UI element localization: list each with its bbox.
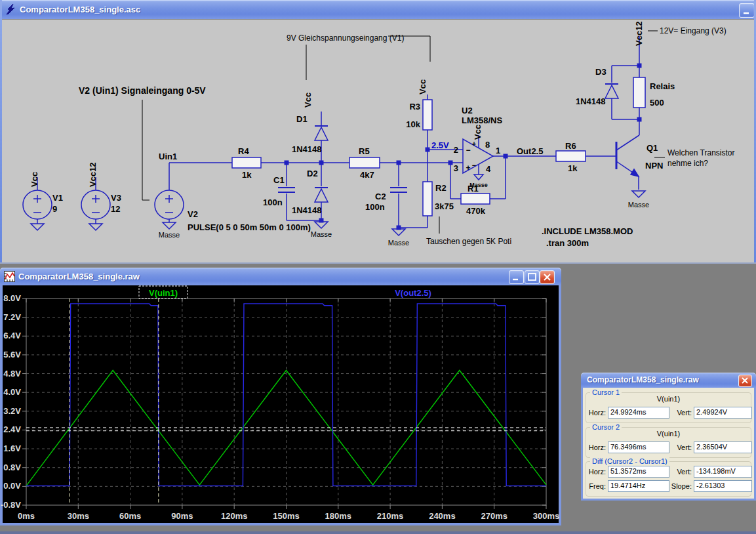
x-axis-label[interactable]: 120ms — [221, 511, 247, 521]
cursor-dialog-titlebar[interactable]: ComparatorLM358_single.raw — [581, 373, 756, 388]
net-label-out2v5: Out2.5 — [517, 146, 543, 156]
x-axis-label[interactable]: 300ms — [533, 511, 559, 521]
close-icon — [540, 271, 554, 283]
ground-icon — [474, 175, 483, 180]
resistor-r4[interactable] — [232, 157, 349, 168]
resistor-r6[interactable] — [556, 151, 616, 161]
close-button[interactable] — [540, 270, 555, 284]
minimize-button[interactable] — [739, 3, 755, 18]
pin-3: 3 — [454, 163, 458, 173]
c1-value: 100n — [263, 197, 283, 207]
minimize-icon — [509, 271, 523, 283]
diode-d1[interactable] — [315, 112, 328, 163]
transistor-q1[interactable] — [616, 120, 645, 197]
y-axis-label[interactable]: 3.2V — [3, 406, 21, 416]
y-axis-label[interactable]: 7.2V — [3, 312, 21, 322]
cursor1-group: Cursor 1 V(uin1) Horz: 24.9924ms Vert: 2… — [586, 392, 751, 423]
cursor2-horz-label: Horz: — [587, 443, 606, 451]
d1-name: D1 — [296, 114, 308, 124]
x-axis-label[interactable]: 210ms — [377, 511, 403, 521]
cursor2-vert-value[interactable]: 2.36504V — [694, 442, 752, 453]
y-axis-label[interactable]: 5.6V — [3, 350, 21, 359]
gnd-label-d2: Masse — [311, 230, 332, 238]
diff-freq-label: Freq: — [587, 482, 606, 490]
v3-name: V3 — [111, 193, 121, 203]
cursor1-vert-value[interactable]: 2.49924V — [694, 407, 752, 419]
v1-name: V1 — [52, 193, 63, 203]
legend-item[interactable]: V(out2.5) — [395, 288, 431, 298]
resistor-relais[interactable] — [633, 66, 645, 119]
net-label-uin1: Uin1 — [159, 152, 177, 161]
x-axis-label[interactable]: 180ms — [325, 511, 351, 521]
y-axis-label[interactable]: 8.0V — [3, 293, 21, 303]
x-axis-label[interactable]: 90ms — [171, 511, 193, 521]
waveform-plot[interactable]: 8.0V7.2V6.4V5.6V4.8V4.0V3.2V2.4V1.6V0.8V… — [0, 285, 561, 525]
y-axis-label[interactable]: 0.8V — [3, 462, 21, 472]
ground-icon — [163, 222, 176, 229]
diff-horz-value[interactable]: 51.3572ms — [608, 466, 669, 478]
y-axis-label[interactable]: 0.0V — [3, 481, 21, 491]
desktop-edge-strip — [0, 531, 756, 534]
resistor-r1[interactable] — [450, 156, 506, 204]
maximize-button[interactable] — [525, 270, 540, 284]
y-axis-label[interactable]: 6.4V — [3, 331, 21, 340]
v2-name: V2 — [188, 209, 198, 219]
x-axis-label[interactable]: 240ms — [429, 511, 455, 521]
annotation-dc12: 12V= Eingang (V3) — [660, 26, 726, 35]
y-axis-label[interactable]: 4.0V — [3, 387, 21, 397]
r3-name: R3 — [409, 102, 420, 112]
y-axis-label[interactable]: -0.8V — [1, 500, 21, 510]
capacitor-c2[interactable] — [390, 163, 407, 236]
schematic-titlebar[interactable]: ComparatorLM358_single.asc — [0, 0, 756, 19]
r5-value: 4k7 — [360, 170, 374, 180]
r5-name: R5 — [359, 146, 370, 156]
waveform-window-title: ComparatorLM358_single.raw — [18, 272, 140, 281]
relais-net-label: Vcc12 — [634, 21, 644, 46]
opamp-inv-sign: − — [466, 146, 470, 155]
resistor-r2[interactable] — [399, 150, 432, 228]
ground-icon — [31, 224, 44, 230]
r3-value: 10k — [406, 119, 420, 129]
d3-value: 1N4148 — [576, 96, 606, 106]
x-axis-label[interactable]: 0ms — [18, 511, 35, 521]
u2-vcc-label: Vcc — [473, 125, 483, 140]
cursor2-trace: V(uin1) — [586, 430, 751, 438]
gnd-label-q1: Masse — [628, 201, 649, 209]
resistor-r3[interactable] — [423, 94, 432, 150]
annotation-lines — [142, 31, 665, 234]
diff-freq-value[interactable]: 19.4714Hz — [608, 480, 669, 492]
d1-net-label: Vcc — [303, 92, 313, 108]
pin-8: 8 — [485, 140, 490, 150]
legend-item[interactable]: V(uin1) — [149, 288, 178, 298]
x-axis-label[interactable]: 150ms — [273, 511, 299, 521]
cursor1-horz-label: Horz: — [587, 409, 606, 417]
x-axis-label[interactable]: 60ms — [119, 511, 141, 521]
diff-vert-label: Vert: — [672, 468, 692, 476]
y-axis-label[interactable]: 1.6V — [3, 443, 21, 453]
r6-value: 1k — [568, 163, 578, 173]
r4-value: 1k — [242, 170, 252, 180]
d3-name: D3 — [595, 67, 607, 77]
minimize-button[interactable] — [509, 270, 524, 284]
diff-horz-label: Horz: — [587, 468, 606, 476]
cursor2-horz-value[interactable]: 76.3496ms — [608, 442, 669, 453]
waveform-window: ComparatorLM358_single.raw 8.0V7.2V6.4V5… — [0, 268, 561, 525]
ground-icon — [632, 191, 645, 197]
close-button[interactable] — [738, 375, 752, 387]
resistor-r5[interactable] — [349, 157, 463, 168]
plot-background — [3, 285, 559, 523]
c2-value: 100n — [365, 202, 385, 212]
schematic-drawing: V2 (Uin1) Signaleingang 0-5V V1 9 Vcc V3… — [2, 20, 754, 262]
y-axis-label[interactable]: 2.4V — [3, 424, 21, 434]
diff-vert-value[interactable]: -134.198mV — [694, 466, 752, 478]
x-axis-label[interactable]: 30ms — [68, 511, 89, 521]
y-axis-label[interactable]: 4.8V — [3, 369, 21, 379]
schematic-canvas[interactable]: V2 (Uin1) Signaleingang 0-5V V1 9 Vcc V3… — [2, 19, 754, 262]
waveform-titlebar[interactable]: ComparatorLM358_single.raw — [0, 268, 561, 285]
x-axis-label[interactable]: 270ms — [481, 511, 507, 521]
relais-name: Relais — [650, 81, 675, 91]
voltage-source-v2[interactable] — [155, 163, 184, 229]
cursor1-horz-value[interactable]: 24.9924ms — [608, 407, 669, 419]
diff-slope-value[interactable]: -2.61303 — [694, 480, 752, 492]
r6-name: R6 — [565, 141, 576, 151]
